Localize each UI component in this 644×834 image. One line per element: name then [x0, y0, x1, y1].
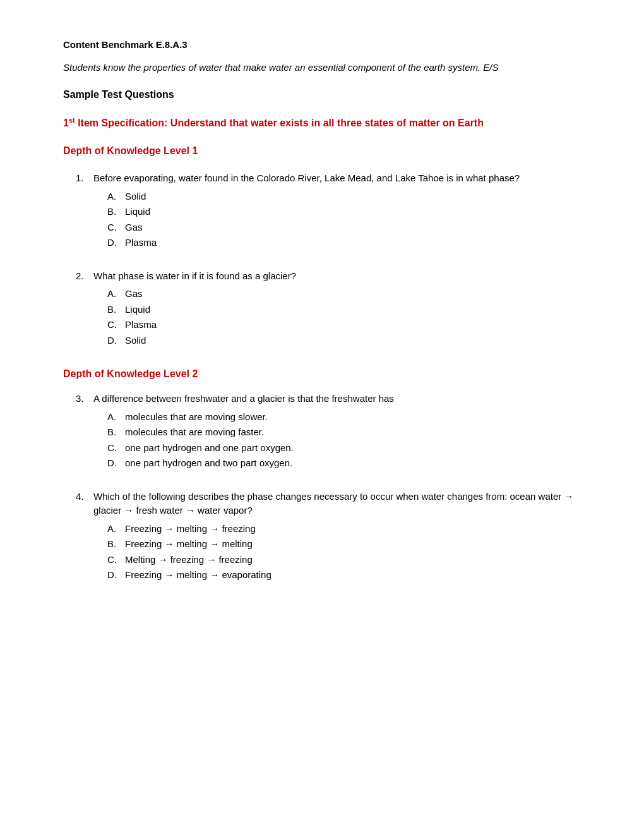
- benchmark-description: Students know the properties of water th…: [63, 60, 581, 75]
- list-item: D. Freezing → melting → evaporating: [107, 568, 581, 583]
- question-2-text: 2. What phase is water in if it is found…: [76, 269, 581, 284]
- dok-level-2-heading: Depth of Knowledge Level 2: [63, 366, 581, 382]
- choice-text: molecules that are moving faster.: [125, 425, 264, 440]
- choice-label: B.: [107, 425, 120, 440]
- choice-label: A.: [107, 410, 120, 425]
- choice-label: A.: [107, 190, 120, 204]
- list-item: D. Solid: [107, 334, 581, 348]
- item-specification-heading: 1st Item Specification: Understand that …: [63, 115, 581, 131]
- choice-text: Solid: [125, 190, 146, 204]
- question-3-body: A difference between freshwater and a gl…: [93, 392, 581, 406]
- choice-text: Freezing → melting → freezing: [125, 522, 256, 536]
- choice-text: Liquid: [125, 303, 150, 317]
- list-item: A. Freezing → melting → freezing: [107, 522, 581, 536]
- list-item: C. Melting → freezing → freezing: [107, 553, 581, 567]
- question-4: 4. Which of the following describes the …: [63, 490, 581, 583]
- question-1-text: 1. Before evaporating, water found in th…: [76, 171, 581, 186]
- choice-text: Plasma: [125, 318, 157, 332]
- choice-label: A.: [107, 287, 120, 301]
- question-3-number: 3.: [76, 392, 88, 406]
- question-2: 2. What phase is water in if it is found…: [63, 269, 581, 348]
- page-content: Content Benchmark E.8.A.3 Students know …: [63, 38, 581, 583]
- dok-level-1-heading: Depth of Knowledge Level 1: [63, 143, 581, 159]
- list-item: B. Liquid: [107, 303, 581, 317]
- choice-text: Solid: [125, 334, 146, 348]
- question-1-choices: A. Solid B. Liquid C. Gas D. Plasma: [76, 190, 581, 250]
- choice-label: D.: [107, 334, 120, 348]
- choice-label: C.: [107, 553, 120, 567]
- list-item: D. Plasma: [107, 236, 581, 250]
- question-1-number: 1.: [76, 171, 88, 186]
- question-3-choices: A. molecules that are moving slower. B. …: [76, 410, 581, 471]
- choice-label: C.: [107, 221, 120, 235]
- list-item: C. Gas: [107, 221, 581, 235]
- question-4-text: 4. Which of the following describes the …: [76, 490, 581, 518]
- question-4-choices: A. Freezing → melting → freezing B. Free…: [76, 522, 581, 583]
- list-item: D. one part hydrogen and two part oxygen…: [107, 456, 581, 471]
- list-item: B. Freezing → melting → melting: [107, 537, 581, 552]
- question-3-text: 3. A difference between freshwater and a…: [76, 392, 581, 406]
- choice-text: one part hydrogen and one part oxygen.: [125, 441, 294, 456]
- item-spec-text: Item Specification: Understand that wate…: [75, 118, 484, 128]
- list-item: C. one part hydrogen and one part oxygen…: [107, 441, 581, 456]
- choice-label: B.: [107, 205, 120, 219]
- choice-label: A.: [107, 522, 120, 536]
- question-2-body: What phase is water in if it is found as…: [93, 269, 581, 284]
- choice-text: Gas: [125, 221, 143, 235]
- question-1: 1. Before evaporating, water found in th…: [63, 171, 581, 250]
- question-2-number: 2.: [76, 269, 88, 284]
- choice-text: one part hydrogen and two part oxygen.: [125, 456, 292, 471]
- choice-text: Gas: [125, 287, 143, 301]
- choice-text: Freezing → melting → melting: [125, 537, 253, 552]
- choice-label: D.: [107, 568, 120, 583]
- list-item: B. Liquid: [107, 205, 581, 219]
- choice-text: Freezing → melting → evaporating: [125, 568, 271, 583]
- choice-label: C.: [107, 318, 120, 332]
- choice-text: molecules that are moving slower.: [125, 410, 268, 425]
- superscript: st: [69, 116, 75, 124]
- choice-label: D.: [107, 236, 120, 250]
- choice-label: B.: [107, 303, 120, 317]
- item-spec-number: 1st: [63, 118, 75, 128]
- choice-label: B.: [107, 537, 120, 552]
- list-item: A. Gas: [107, 287, 581, 301]
- question-3: 3. A difference between freshwater and a…: [63, 392, 581, 471]
- choice-text: Plasma: [125, 236, 157, 250]
- question-4-body: Which of the following describes the pha…: [93, 490, 581, 518]
- list-item: A. molecules that are moving slower.: [107, 410, 581, 425]
- list-item: B. molecules that are moving faster.: [107, 425, 581, 440]
- sample-questions-heading: Sample Test Questions: [63, 87, 581, 102]
- choice-text: Liquid: [125, 205, 150, 219]
- choice-label: D.: [107, 456, 120, 471]
- question-4-number: 4.: [76, 490, 88, 518]
- question-2-choices: A. Gas B. Liquid C. Plasma D. Solid: [76, 287, 581, 348]
- list-item: A. Solid: [107, 190, 581, 204]
- list-item: C. Plasma: [107, 318, 581, 332]
- choice-text: Melting → freezing → freezing: [125, 553, 253, 567]
- question-1-body: Before evaporating, water found in the C…: [93, 171, 581, 186]
- benchmark-title: Content Benchmark E.8.A.3: [63, 38, 581, 52]
- choice-label: C.: [107, 441, 120, 456]
